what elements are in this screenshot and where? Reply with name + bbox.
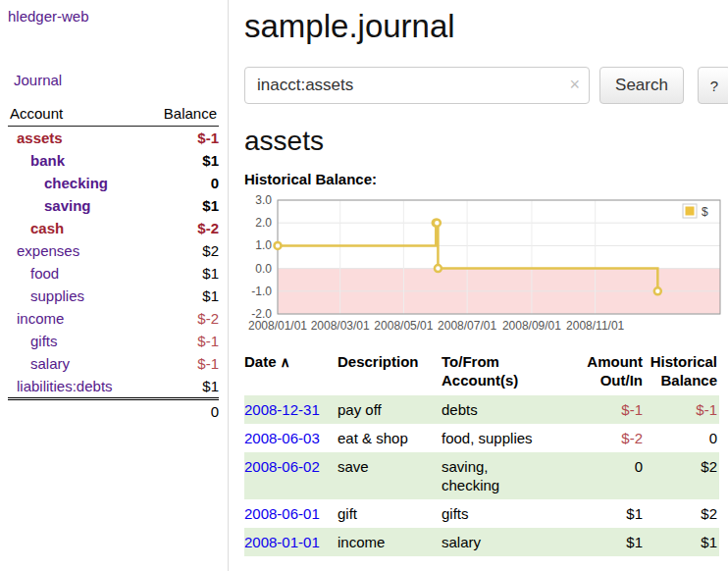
account-row: food$1 [8,262,219,285]
amount-cell: $-2 [569,424,645,452]
sort-ascending-icon: ∧ [281,354,290,370]
account-column-header: To/From Account(s) [442,348,569,395]
account-row: income$-2 [8,307,219,330]
search-button[interactable]: Search [599,67,684,104]
account-balance: $-1 [144,127,219,150]
account-row: assets$-1 [8,127,219,150]
account-balance: $-2 [144,307,219,330]
search-form: × Search ? [244,67,728,104]
sidebar-account-link[interactable]: saving [8,197,91,214]
account-balance: $-2 [144,217,219,239]
sidebar-account-link[interactable]: bank [8,152,65,169]
app-title-link[interactable]: hledger-web [8,8,89,25]
x-axis-tick-label: 2008/07/01 [438,319,496,333]
data-point-marker [435,265,442,272]
balance-cell: $2 [645,499,719,528]
account-balances-table: Account Balance assets$-1bank$1checking0… [8,103,219,423]
data-point-marker [434,220,441,227]
x-axis-tick-label: 2008/09/01 [502,319,561,333]
account-balance: $2 [144,239,219,262]
sidebar-account-link[interactable]: liabilities:debts [8,378,113,394]
sidebar-account-link[interactable]: cash [8,220,64,236]
y-axis-tick-label: 1.0 [255,238,272,252]
date-link[interactable]: 2008-01-01 [244,534,320,550]
account-row: gifts$-1 [8,330,219,352]
page-title: sample.journal [244,8,728,45]
balance-column-header: Balance [144,103,219,127]
register-row[interactable]: 2008-06-03eat & shopfood, supplies$-20 [244,424,719,452]
data-point-marker [275,242,282,249]
description-cell: pay off [338,395,442,424]
balance-column-header: Historical Balance [645,348,719,395]
x-axis-tick-label: 2008/03/01 [311,319,370,333]
sidebar-account-link[interactable]: income [8,310,64,327]
date-column-header: Date [244,353,277,370]
account-row: checking0 [8,172,219,194]
y-axis-tick-label: 3.0 [255,195,272,207]
historical-balance-chart: 3.02.01.00.0-1.0-2.02008/01/012008/03/01… [244,195,724,335]
balance-cell: 0 [645,424,719,452]
clear-search-icon[interactable]: × [569,75,580,94]
date-link[interactable]: 2008-06-01 [244,505,320,522]
account-row: salary$-1 [8,352,219,375]
account-row: saving$1 [8,194,219,217]
sidebar-account-link[interactable]: checking [8,175,108,191]
account-balance: $1 [144,375,219,399]
account-row: supplies$1 [8,285,219,307]
x-axis-tick-label: 2008/01/01 [248,319,307,333]
description-cell: income [338,528,442,556]
legend-swatch [686,207,695,216]
account-balance: $1 [144,194,219,217]
account-heading: assets [244,126,728,157]
register-row[interactable]: 2008-06-01giftgifts$1$2 [244,499,719,528]
balance-cell: $2 [645,452,719,499]
account-balance: 0 [144,172,219,194]
description-column-header: Description [338,348,442,395]
sidebar-account-link[interactable]: expenses [8,242,79,259]
account-row: liabilities:debts$1 [8,375,219,399]
accounts-cell: debts [442,395,569,424]
register-table: Date∧ Description To/From Account(s) Amo… [244,348,719,556]
main-content: sample.journal × Search ? assets Histori… [229,0,728,571]
help-button[interactable]: ? [698,67,728,104]
balance-cell: $1 [645,528,719,556]
account-row: expenses$2 [8,239,219,262]
account-column-header: Account [8,103,144,127]
description-cell: gift [338,499,442,528]
sidebar-account-link[interactable]: supplies [8,287,84,304]
sidebar-account-link[interactable]: assets [8,130,63,146]
accounts-cell: gifts [442,499,569,528]
y-axis-tick-label: 0.0 [255,262,272,276]
amount-cell: 0 [569,452,645,499]
description-cell: save [338,452,442,499]
accounts-cell: food, supplies [442,424,569,452]
sidebar-account-link[interactable]: gifts [8,333,58,349]
account-row: cash$-2 [8,217,219,239]
search-input[interactable] [244,67,590,104]
account-balance: $-1 [144,352,219,375]
account-balance: $-1 [144,330,219,352]
sidebar: hledger-web Journal Account Balance asse… [0,0,229,571]
date-link[interactable]: 2008-06-02 [244,458,320,475]
date-link[interactable]: 2008-06-03 [244,430,320,446]
amount-cell: $1 [569,499,645,528]
account-row: bank$1 [8,149,219,172]
chart-title: Historical Balance: [244,171,728,187]
account-balance: $1 [144,285,219,307]
legend-label: $ [702,205,708,219]
amount-column-header: Amount Out/In [569,348,645,395]
total-balance: 0 [144,399,219,424]
sidebar-account-link[interactable]: food [8,265,59,282]
description-cell: eat & shop [338,424,442,452]
register-row[interactable]: 2008-12-31pay offdebts$-1$-1 [244,395,719,424]
register-row[interactable]: 2008-01-01incomesalary$1$1 [244,528,719,556]
journal-nav-link[interactable]: Journal [14,72,62,88]
sidebar-account-link[interactable]: salary [8,355,70,372]
total-row: 0 [8,399,219,424]
sort-by-date-link[interactable]: Date∧ [244,353,290,370]
date-link[interactable]: 2008-12-31 [244,401,320,418]
account-balance: $1 [144,149,219,172]
accounts-cell: saving,checking [442,452,569,499]
balance-cell: $-1 [645,395,719,424]
register-row[interactable]: 2008-06-02savesaving,checking0$2 [244,452,719,499]
